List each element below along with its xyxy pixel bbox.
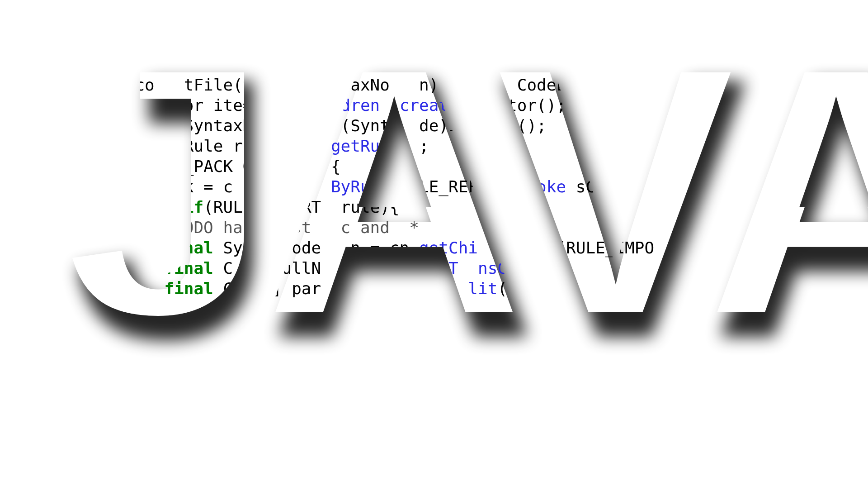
kw-if: if <box>125 157 145 176</box>
t <box>86 116 125 135</box>
t <box>86 137 125 155</box>
code-snippet: void co tFile(final yntaxNo n) throw Cod… <box>86 75 791 299</box>
m: getToke <box>497 177 566 196</box>
t: = fullName. <box>341 279 448 298</box>
m: lit <box>468 279 497 298</box>
t: (Synta <box>341 116 400 135</box>
m: ByRule <box>331 177 390 196</box>
t <box>292 76 302 94</box>
t: C <box>213 279 233 298</box>
t: SyntaxNode cn <box>184 116 311 135</box>
t: n) <box>419 76 448 94</box>
t: SyntaxNode <box>213 238 331 257</box>
t: e = ccn. <box>341 259 419 277</box>
kw-final: fin <box>125 137 155 155</box>
kw-else: el <box>135 198 154 216</box>
java-word-clip-group: JAVA void co tFile(final yntaxNo n) thro… <box>0 0 868 491</box>
kw-final: final <box>164 259 213 277</box>
kw-final: fin <box>125 116 155 135</box>
m: createI <box>400 96 468 114</box>
t: } <box>86 198 135 216</box>
t: ULE_REF <box>409 177 478 196</box>
m: getT <box>419 259 458 277</box>
t: _IMPORT <box>253 198 321 216</box>
t: (It <box>115 96 155 114</box>
m: getRule <box>331 137 400 155</box>
m: ByRule <box>497 238 556 257</box>
t: xt(); <box>497 116 546 135</box>
kw-final: final <box>164 238 213 257</box>
t: s[] par <box>252 279 321 298</box>
t: GE==ru <box>243 157 302 176</box>
kw-if: if <box>184 198 203 216</box>
m: getChi <box>252 177 311 196</box>
t: ( <box>233 76 243 94</box>
t: ; <box>419 137 429 155</box>
t <box>86 157 125 176</box>
m: getChi <box>419 238 478 257</box>
t: or ite=sn. <box>184 96 282 114</box>
comment: c and <box>341 218 400 237</box>
t: (RULE_IMPO <box>556 238 654 257</box>
kw-final: final <box>243 76 292 94</box>
t: rator();ite. <box>488 96 605 114</box>
t: de)ite <box>419 116 478 135</box>
t: C <box>213 259 233 277</box>
m: nsChars <box>478 259 547 277</box>
t: (RUL <box>203 198 243 216</box>
t: co <box>125 76 155 94</box>
t <box>86 259 164 277</box>
kw-for: for <box>86 96 115 114</box>
t <box>86 177 164 196</box>
t <box>86 238 164 257</box>
kw-throw: throw <box>448 76 497 94</box>
t: CodeExcepti <box>517 76 625 94</box>
t: ack = c <box>164 177 233 196</box>
m: hildren <box>311 96 380 114</box>
comment: /TODO handle st <box>164 218 311 237</box>
t: yntaxNo <box>321 76 390 94</box>
t <box>155 198 165 216</box>
t: E_PACK <box>174 157 233 176</box>
t <box>86 279 164 298</box>
t: s fullN <box>252 259 321 277</box>
kw-final: final <box>164 279 213 298</box>
t: rule){ <box>341 198 400 216</box>
t: sChars <box>576 177 635 196</box>
m: g <box>282 96 292 114</box>
t: n = cn. <box>350 238 419 257</box>
comment: * <box>409 218 419 237</box>
t <box>86 218 164 237</box>
t: ( <box>145 157 155 176</box>
t: { <box>331 157 341 176</box>
t: ( <box>390 177 400 196</box>
t: tFile <box>184 76 233 94</box>
t: . <box>243 177 253 196</box>
t: Rule rule = c <box>184 137 311 155</box>
kw-void: void <box>86 76 125 94</box>
t: ('.') <box>497 279 546 298</box>
stage: JAVA JAVA JAVA void co tFile(final yntax… <box>0 0 868 491</box>
